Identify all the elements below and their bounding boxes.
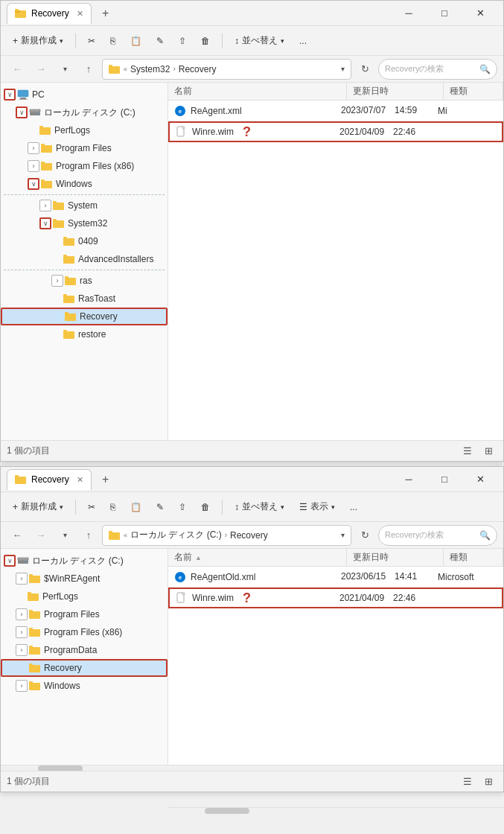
back-btn-1[interactable]: ← [7, 59, 28, 80]
add-tab-btn-1[interactable]: + [96, 4, 115, 23]
path-dropdown-1[interactable]: ▾ [341, 65, 345, 73]
paste-btn-2[interactable]: 📋 [124, 499, 147, 515]
refresh-btn-2[interactable]: ↻ [354, 525, 375, 546]
tree-expand-pfx86[interactable]: › [28, 160, 39, 172]
tree-expand-system[interactable]: › [39, 200, 51, 211]
tab-close-2[interactable]: ✕ [77, 475, 83, 485]
delete-btn-2[interactable]: 🗑 [195, 499, 216, 515]
grid-view-btn-1[interactable]: ⊞ [479, 442, 497, 460]
tree-item-system[interactable]: › System [1, 197, 168, 214]
recent-btn-1[interactable]: ▾ [54, 59, 75, 80]
col-date-2[interactable]: 更新日時 [347, 549, 444, 566]
folder-icon-0409 [63, 235, 75, 247]
tab-recovery-2[interactable]: Recovery ✕ [7, 469, 92, 490]
tree-item-recovery[interactable]: Recovery [1, 308, 168, 325]
tree-item-0409[interactable]: 0409 [1, 232, 168, 250]
address-path-1[interactable]: « System32 › Recovery ▾ [102, 59, 351, 80]
grid-view-btn-2[interactable]: ⊞ [479, 773, 497, 791]
delete-btn-1[interactable]: 🗑 [195, 33, 216, 49]
tree-expand-pf2[interactable]: › [16, 608, 28, 620]
forward-btn-2[interactable]: → [31, 525, 51, 546]
address-path-2[interactable]: « ローカル ディスク (C:) › Recovery ▾ [102, 525, 351, 546]
search-box-2[interactable]: Recoveryの検索 🔍 [378, 525, 497, 546]
tree-item-pf-2[interactable]: › Program Files [1, 605, 168, 623]
tree-item-programdata[interactable]: › ProgramData [1, 641, 168, 659]
tree-item-rastoast[interactable]: RasToast [1, 290, 168, 308]
tree-item-restore[interactable]: restore [1, 325, 168, 343]
recent-btn-2[interactable]: ▾ [54, 525, 75, 546]
tree-item-perflogs-2[interactable]: PerfLogs [1, 588, 168, 605]
rename-btn-2[interactable]: ✎ [150, 499, 170, 515]
up-btn-2[interactable]: ↑ [78, 525, 99, 546]
tree-item-perflogs[interactable]: PerfLogs [1, 121, 168, 139]
tree-item-drive-c[interactable]: ∨ ローカル ディスク (C:) [1, 104, 168, 121]
tree-item-pfx86-2[interactable]: › Program Files (x86) [1, 623, 168, 641]
col-type-1[interactable]: 種類 [444, 83, 503, 100]
sort-btn-2[interactable]: ↕ 並べ替え ▾ [229, 497, 290, 516]
more-btn-2[interactable]: ... [344, 499, 363, 515]
up-btn-1[interactable]: ↑ [78, 59, 99, 80]
minimize-btn-2[interactable]: ─ [392, 468, 426, 491]
share-btn-1[interactable]: ⇧ [173, 33, 192, 49]
forward-btn-1[interactable]: → [31, 59, 51, 80]
tree-expand-winreagent[interactable]: › [16, 573, 28, 585]
maximize-btn-2[interactable]: □ [427, 468, 462, 491]
tree-item-advanced[interactable]: AdvancedInstallers [1, 250, 168, 268]
tree-item-drive-c2[interactable]: ∨ ローカル ディスク (C:) [1, 552, 168, 570]
tree-expand-ras[interactable]: › [51, 275, 63, 287]
file-row-reagentold[interactable]: e ReAgentOld.xml 2023/06/15 14:41 Micros… [168, 567, 503, 588]
paste-btn-1[interactable]: 📋 [124, 33, 147, 49]
new-btn-2[interactable]: + 新規作成 ▾ [7, 497, 69, 516]
back-btn-2[interactable]: ← [7, 525, 28, 546]
path-dropdown-2[interactable]: ▾ [341, 531, 345, 539]
col-name-1[interactable]: 名前 [168, 83, 347, 100]
tree-item-recovery-2[interactable]: Recovery [1, 659, 168, 677]
tree-expand-pfx86-2[interactable]: › [16, 626, 28, 638]
share-btn-2[interactable]: ⇧ [173, 499, 192, 515]
tree-item-windows[interactable]: ∨ Windows [1, 175, 168, 193]
minimize-btn-1[interactable]: ─ [392, 1, 426, 25]
tree-item-windows-2[interactable]: › Windows [1, 677, 168, 695]
list-view-btn-2[interactable]: ☰ [459, 773, 476, 791]
new-btn-1[interactable]: + 新規作成 ▾ [7, 31, 69, 50]
tree-expand-pc[interactable]: ∨ [4, 89, 16, 101]
tree-expand-programdata[interactable]: › [16, 644, 28, 656]
svg-rect-52 [29, 610, 33, 612]
tree-item-pc[interactable]: ∨ PC [1, 86, 168, 104]
add-tab-btn-2[interactable]: + [96, 470, 115, 489]
col-name-2[interactable]: 名前 ▲ [168, 549, 347, 566]
cut-btn-1[interactable]: ✂ [82, 33, 101, 49]
list-view-btn-1[interactable]: ☰ [459, 442, 476, 460]
tree-item-winreagent[interactable]: › $WinREAgent [1, 570, 168, 588]
refresh-btn-1[interactable]: ↻ [354, 59, 375, 80]
maximize-btn-1[interactable]: □ [427, 1, 462, 25]
close-btn-1[interactable]: ✕ [463, 1, 497, 25]
tree-expand-windows-2[interactable]: › [16, 680, 28, 692]
file-row-reagent[interactable]: e ReAgent.xml 2023/07/07 14:59 Mi [168, 101, 503, 121]
col-type-2[interactable]: 種類 [444, 549, 503, 566]
copy-btn-1[interactable]: ⎘ [104, 33, 121, 49]
close-btn-2[interactable]: ✕ [463, 468, 497, 491]
tab-close-1[interactable]: ✕ [77, 9, 83, 19]
tree-expand-pf[interactable]: › [28, 142, 39, 154]
file-row-winre[interactable]: Winre.wim ? 2021/04/09 22:46 [168, 121, 503, 142]
tree-item-ras[interactable]: › ras [1, 272, 168, 290]
svg-rect-28 [65, 278, 76, 285]
cut-btn-2[interactable]: ✂ [82, 499, 101, 515]
tree-item-system32[interactable]: ∨ System32 [1, 214, 168, 232]
search-box-1[interactable]: Recoveryの検索 🔍 [378, 59, 497, 80]
tree-expand-drive-c2[interactable]: ∨ [4, 555, 16, 567]
tree-expand-system32[interactable]: ∨ [39, 217, 51, 229]
view-btn-2[interactable]: ☰ 表示 ▾ [293, 497, 341, 516]
copy-btn-2[interactable]: ⎘ [104, 499, 121, 515]
tree-expand-windows[interactable]: ∨ [28, 178, 39, 190]
tab-recovery-1[interactable]: Recovery ✕ [7, 3, 92, 24]
sort-btn-1[interactable]: ↕ 並べ替え ▾ [229, 31, 290, 50]
file-row-winre-2[interactable]: Winre.wim ? 2021/04/09 22:46 [168, 588, 503, 608]
more-btn-1[interactable]: ... [293, 33, 313, 49]
rename-btn-1[interactable]: ✎ [150, 33, 170, 49]
tree-item-programfiles-x86[interactable]: › Program Files (x86) [1, 157, 168, 175]
tree-expand-drive-c[interactable]: ∨ [16, 106, 28, 118]
col-date-1[interactable]: 更新日時 [347, 83, 444, 100]
tree-item-programfiles[interactable]: › Program Files [1, 139, 168, 157]
